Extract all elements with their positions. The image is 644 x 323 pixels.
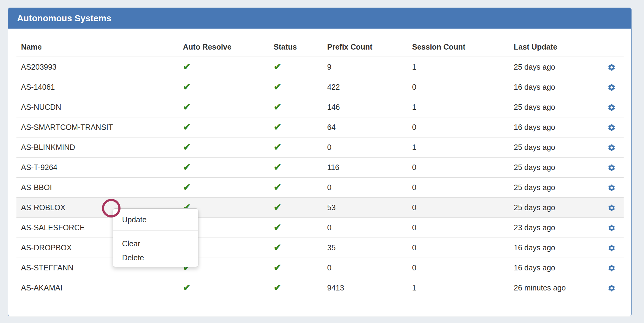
- gear-icon[interactable]: [607, 243, 616, 252]
- menu-item-clear[interactable]: Clear: [113, 236, 198, 251]
- session-count-cell: 0: [408, 258, 509, 278]
- prefix-count-cell: 35: [323, 238, 408, 258]
- gear-icon[interactable]: [607, 163, 616, 171]
- check-icon: ✔: [274, 242, 282, 253]
- table-row[interactable]: AS203993✔✔9125 days ago: [16, 57, 624, 77]
- table-row[interactable]: AS-ROBLOX✔✔53025 days ago: [16, 197, 624, 217]
- auto-resolve-cell: ✔: [178, 97, 269, 117]
- table-row[interactable]: AS-BLINKMIND✔✔0125 days ago: [16, 137, 624, 157]
- gear-icon[interactable]: [607, 223, 616, 231]
- check-icon: ✔: [274, 142, 282, 152]
- row-actions-cell: [599, 57, 624, 77]
- autonomous-systems-table: Name Auto Resolve Status Prefix Count Se…: [16, 34, 624, 298]
- check-icon: ✔: [274, 282, 282, 293]
- status-cell: ✔: [269, 117, 323, 137]
- as-name-cell[interactable]: AS-AKAMAI: [16, 278, 178, 298]
- check-icon: ✔: [274, 82, 282, 92]
- auto-resolve-cell: ✔: [178, 117, 269, 137]
- row-actions-cell: [599, 217, 624, 238]
- as-name-cell[interactable]: AS-BLINKMIND: [16, 137, 178, 157]
- status-cell: ✔: [269, 137, 323, 157]
- check-icon: ✔: [274, 202, 282, 213]
- gear-icon[interactable]: [607, 62, 616, 71]
- menu-bottom-section: Clear Delete: [113, 231, 198, 264]
- last-update-cell: 16 days ago: [509, 258, 599, 278]
- status-cell: ✔: [269, 57, 323, 77]
- check-icon: ✔: [274, 102, 282, 112]
- prefix-count-cell: 422: [323, 77, 408, 97]
- col-header-actions: [599, 34, 624, 57]
- last-update-cell: 26 minutes ago: [509, 278, 599, 298]
- panel-title: Autonomous Systems: [17, 13, 111, 23]
- auto-resolve-cell: ✔: [178, 77, 269, 97]
- session-count-cell: 0: [408, 217, 509, 238]
- gear-icon[interactable]: [607, 123, 616, 131]
- prefix-count-cell: 0: [323, 177, 408, 197]
- auto-resolve-cell: ✔: [178, 137, 269, 157]
- row-actions-cell: [599, 97, 624, 117]
- row-actions-cell: [599, 278, 624, 298]
- table-row[interactable]: AS-NUCDN✔✔146125 days ago: [16, 97, 624, 117]
- check-icon: ✔: [274, 262, 282, 273]
- row-actions-cell: [599, 197, 624, 217]
- as-name-cell[interactable]: AS203993: [16, 57, 178, 77]
- panel-body: Name Auto Resolve Status Prefix Count Se…: [8, 29, 631, 298]
- table-body: AS203993✔✔9125 days agoAS-14061✔✔422016 …: [16, 57, 624, 298]
- row-actions-cell: [599, 157, 624, 177]
- col-header-auto-resolve: Auto Resolve: [178, 34, 269, 57]
- session-count-cell: 0: [408, 157, 509, 177]
- gear-icon[interactable]: [607, 102, 616, 111]
- check-icon: ✔: [183, 122, 191, 132]
- gear-icon[interactable]: [607, 283, 616, 292]
- row-actions-cell: [599, 238, 624, 258]
- session-count-cell: 0: [408, 238, 509, 258]
- session-count-cell: 1: [408, 97, 509, 117]
- as-name-cell[interactable]: AS-NUCDN: [16, 97, 178, 117]
- col-header-prefix-count: Prefix Count: [323, 34, 408, 57]
- prefix-count-cell: 53: [323, 197, 408, 217]
- status-cell: ✔: [269, 197, 323, 217]
- check-icon: ✔: [274, 61, 282, 72]
- check-icon: ✔: [183, 142, 191, 152]
- auto-resolve-cell: ✔: [178, 177, 269, 197]
- prefix-count-cell: 0: [323, 217, 408, 238]
- status-cell: ✔: [269, 217, 323, 238]
- as-name-cell[interactable]: AS-BBOI: [16, 177, 178, 197]
- last-update-cell: 23 days ago: [509, 217, 599, 238]
- as-name-cell[interactable]: AS-SMARTCOM-TRANSIT: [16, 117, 178, 137]
- check-icon: ✔: [183, 282, 191, 293]
- prefix-count-cell: 146: [323, 97, 408, 117]
- last-update-cell: 25 days ago: [509, 157, 599, 177]
- as-name-cell[interactable]: AS-14061: [16, 77, 178, 97]
- session-count-cell: 0: [408, 177, 509, 197]
- gear-icon[interactable]: [607, 183, 616, 191]
- table-row[interactable]: AS-BBOI✔✔0025 days ago: [16, 177, 624, 197]
- table-row[interactable]: AS-STEFFANN✔✔0016 days ago: [16, 258, 624, 278]
- auto-resolve-cell: ✔: [178, 157, 269, 177]
- table-row[interactable]: AS-SALESFORCE✔✔0023 days ago: [16, 217, 624, 238]
- table-row[interactable]: AS-DROPBOX✔✔35016 days ago: [16, 238, 624, 258]
- prefix-count-cell: 0: [323, 258, 408, 278]
- check-icon: ✔: [274, 162, 282, 172]
- check-icon: ✔: [274, 182, 282, 193]
- gear-icon[interactable]: [607, 143, 616, 151]
- last-update-cell: 25 days ago: [509, 177, 599, 197]
- gear-icon[interactable]: [607, 263, 616, 272]
- as-name-cell[interactable]: AS-T-9264: [16, 157, 178, 177]
- last-update-cell: 16 days ago: [509, 117, 599, 137]
- col-header-last-update: Last Update: [509, 34, 599, 57]
- table-row[interactable]: AS-SMARTCOM-TRANSIT✔✔64016 days ago: [16, 117, 624, 137]
- menu-item-update[interactable]: Update: [113, 209, 198, 231]
- table-row[interactable]: AS-14061✔✔422016 days ago: [16, 77, 624, 97]
- gear-icon[interactable]: [607, 203, 616, 211]
- status-cell: ✔: [269, 177, 323, 197]
- table-row[interactable]: AS-T-9264✔✔116025 days ago: [16, 157, 624, 177]
- prefix-count-cell: 9413: [323, 278, 408, 298]
- gear-icon[interactable]: [607, 82, 616, 91]
- menu-item-delete[interactable]: Delete: [113, 251, 198, 264]
- table-header-row: Name Auto Resolve Status Prefix Count Se…: [16, 34, 624, 57]
- status-cell: ✔: [269, 238, 323, 258]
- table-row[interactable]: AS-AKAMAI✔✔9413126 minutes ago: [16, 278, 624, 298]
- check-icon: ✔: [274, 122, 282, 132]
- check-icon: ✔: [274, 222, 282, 233]
